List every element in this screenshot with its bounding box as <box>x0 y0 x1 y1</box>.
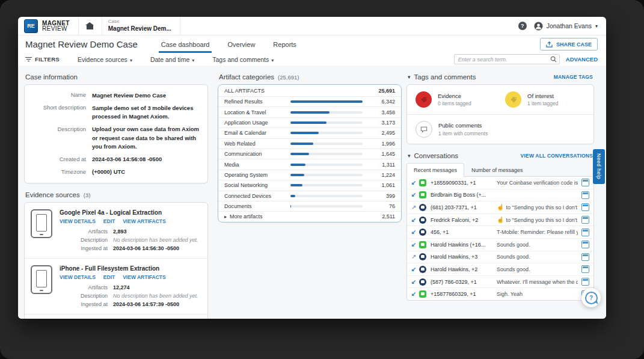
artifact-category-row[interactable]: Application Usage3,173 <box>218 118 401 128</box>
more-artifacts-row[interactable]: ▸ More artifacts 2,511 <box>218 212 401 221</box>
screenshot-canvas: RE MAGNET REVIEW Case Magnet Review Dem.… <box>0 0 644 359</box>
artifact-category-row[interactable]: Location & Travel3,458 <box>218 107 401 117</box>
tab-case-dashboard[interactable]: Case dashboard <box>161 35 210 53</box>
bar-fill <box>290 143 313 145</box>
calendar-icon[interactable] <box>581 229 589 236</box>
bar-track <box>290 153 363 155</box>
filter-date-and-time[interactable]: Date and time▾ <box>150 56 194 63</box>
calendar-icon[interactable] <box>581 253 589 261</box>
tab-number-of-messages[interactable]: Number of messages <box>464 163 530 177</box>
conversation-row[interactable]: Harold Hawkins, +3Sounds good. <box>407 251 593 264</box>
bar-track <box>290 174 363 176</box>
direction-icon <box>411 192 418 198</box>
conversation-row[interactable]: +15877860329, +1Sigh. Yeah <box>407 288 593 300</box>
breadcrumb-value: Magnet Review Dem... <box>108 25 171 32</box>
all-artifacts-row[interactable]: ALL ARTIFACTS 25,691 <box>218 85 401 97</box>
artifact-category-row[interactable]: Communication1,645 <box>218 149 401 159</box>
user-menu[interactable]: Jonathan Evans ▾ <box>534 22 598 31</box>
view-details-link[interactable]: VIEW DETAILS <box>60 218 96 224</box>
field-value: Magnet Review Demo Case <box>92 91 201 100</box>
calendar-icon[interactable] <box>581 265 589 273</box>
manage-tags-link[interactable]: MANAGE TAGS <box>554 74 593 80</box>
chevron-down-icon: ▾ <box>192 58 194 63</box>
field-value: 2024-03-06 14:56:08 -0500 <box>92 155 201 164</box>
nav-right: ? Jonathan Evans ▾ <box>518 22 606 31</box>
evidence-item: Android R5CRC1DE0BT - Full Filesystem Ex… <box>25 315 207 319</box>
tags-panel: Evidence0 items tagged Of interest1 item… <box>406 84 594 144</box>
search-input[interactable] <box>454 54 560 64</box>
edit-link[interactable]: EDIT <box>103 274 115 280</box>
field-label: Created at <box>31 155 92 164</box>
view-details-link[interactable]: VIEW DETAILS <box>60 274 96 280</box>
message-app-icon <box>419 179 426 186</box>
tab-overview[interactable]: Overview <box>227 35 255 53</box>
advanced-search-link[interactable]: ADVANCED <box>566 56 598 63</box>
bar-fill <box>290 195 295 197</box>
conversations-tabs: Recent messages Number of messages <box>406 163 594 177</box>
tag-icon <box>505 91 521 108</box>
collapse-icon[interactable]: ▾ <box>408 153 411 159</box>
conversation-row[interactable]: (587) 786-0329, +1Whatever. I'll message… <box>407 276 593 289</box>
conversation-row[interactable]: +18559090331, +1Your Coinbase verificati… <box>407 177 593 189</box>
artifact-category-row[interactable]: Refined Results6,342 <box>218 97 401 107</box>
conversation-row[interactable]: (681) 203-7371, +1☝to "Sending you this … <box>407 201 593 214</box>
help-icon[interactable]: ? <box>518 22 527 30</box>
artifact-category-row[interactable]: Web Related1,996 <box>218 139 401 149</box>
view-all-conversations-link[interactable]: VIEW ALL CONVERSATIONS <box>521 153 593 159</box>
home-icon <box>87 25 93 29</box>
view-artifacts-link[interactable]: VIEW ARTIFACTS <box>123 274 165 280</box>
conversation-row[interactable]: Birdbrain Big Boss (+... <box>407 189 593 202</box>
bar-track <box>290 121 363 124</box>
filter-tags-and-comments[interactable]: Tags and comments▾ <box>212 56 274 63</box>
page-title: Magnet Review Demo Case <box>25 39 138 49</box>
home-button[interactable] <box>78 17 102 35</box>
tab-reports[interactable]: Reports <box>273 35 296 53</box>
artifact-category-row[interactable]: Connected Devices399 <box>218 191 401 201</box>
bar-track <box>290 132 363 134</box>
filters-toggle[interactable]: FILTERS <box>25 56 60 63</box>
artifact-category-row[interactable]: Social Networking1,061 <box>218 180 401 191</box>
direction-icon <box>411 266 418 272</box>
view-artifacts-link[interactable]: VIEW ARTIFACTS <box>123 218 165 224</box>
message-app-icon <box>419 266 426 273</box>
filter-evidence-sources[interactable]: Evidence sources▾ <box>78 56 132 63</box>
direction-icon <box>411 204 418 210</box>
artifact-category-row[interactable]: Media1,311 <box>218 159 401 170</box>
conversation-row[interactable]: Harold Hawkins (+16...Sounds good. <box>407 239 593 251</box>
artifact-category-row[interactable]: Email & Calendar2,495 <box>218 128 401 138</box>
case-breadcrumb-tab[interactable]: Case Magnet Review Dem... <box>102 17 180 35</box>
calendar-icon[interactable] <box>581 278 589 286</box>
title-bar: Magnet Review Demo Case Case dashboard O… <box>18 35 606 53</box>
public-comments[interactable]: Public comments1 item with comments <box>407 115 593 144</box>
artifact-category-row[interactable]: Documents76 <box>218 201 401 212</box>
search-icon[interactable] <box>550 56 557 63</box>
tag-evidence[interactable]: Evidence0 items tagged <box>411 91 500 108</box>
calendar-icon[interactable] <box>581 241 589 248</box>
calendar-icon[interactable] <box>581 216 589 224</box>
share-case-button[interactable]: SHARE CASE <box>540 38 598 51</box>
conversation-row[interactable]: 456, +1T-Mobile: Reminder: Please refill… <box>407 226 593 239</box>
artifact-category-row[interactable]: Operating System1,224 <box>218 170 401 180</box>
bar-track <box>290 195 363 197</box>
tag-of-interest[interactable]: Of interest1 item tagged <box>500 91 590 108</box>
bar-track <box>290 184 363 186</box>
help-floating-button[interactable]: ? <box>581 288 601 307</box>
conversation-row[interactable]: Fredrick Falconi, +2☝to "Sending you thi… <box>407 214 593 227</box>
calendar-icon[interactable] <box>581 179 589 186</box>
need-help-tab[interactable]: Need help <box>593 149 605 184</box>
conversation-row[interactable]: Harold Hawkins, +2Sounds good. <box>407 263 593 276</box>
filters-label: FILTERS <box>35 56 60 63</box>
calendar-icon[interactable] <box>581 203 589 211</box>
tab-recent-messages[interactable]: Recent messages <box>406 163 464 177</box>
search-box <box>454 54 560 64</box>
collapse-icon[interactable]: ▾ <box>408 74 411 80</box>
edit-link[interactable]: EDIT <box>103 218 115 224</box>
bar-fill <box>290 153 309 155</box>
bar-track <box>290 164 363 166</box>
direction-icon <box>411 291 418 297</box>
message-app-icon <box>419 191 426 198</box>
tag-icon <box>416 91 432 108</box>
bar-fill <box>290 111 330 114</box>
calendar-icon[interactable] <box>581 191 589 199</box>
bar-track <box>290 205 363 207</box>
